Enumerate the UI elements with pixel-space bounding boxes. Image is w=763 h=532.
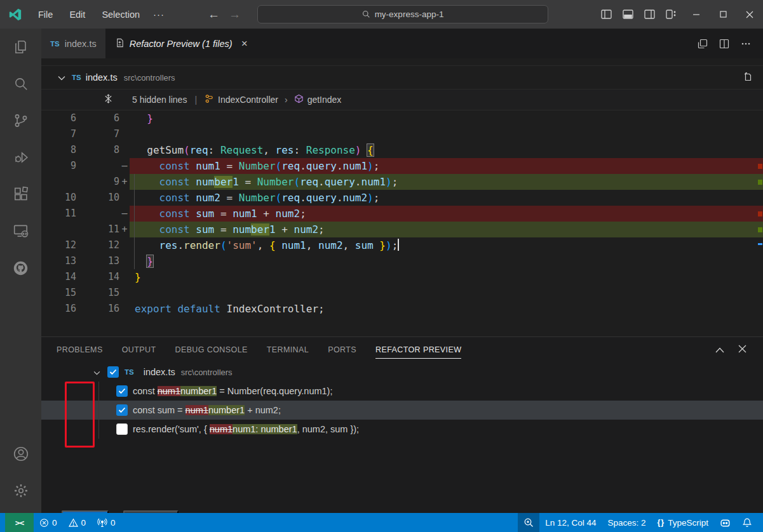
indentation[interactable]: Spaces: 2 <box>602 513 651 532</box>
refactor-change-row-1[interactable]: const num1number1 = Number(req.query.num… <box>41 382 763 401</box>
tab-label: index.ts <box>65 39 97 49</box>
ts-file-icon: TS <box>50 40 60 48</box>
account-icon[interactable] <box>0 436 41 472</box>
code-line-11[interactable]: 11+ const sum = number1 + num2; <box>41 222 763 237</box>
code-line-13[interactable]: 1313 } <box>41 253 763 269</box>
maximize-button[interactable] <box>710 0 736 29</box>
gutter-original-line-number: 13 <box>41 253 76 269</box>
gutter-original-line-number: 14 <box>41 269 76 285</box>
titlebar: FileEditSelection ··· ← → my-express-app… <box>0 0 763 29</box>
panel-tab-refactor-preview[interactable]: REFACTOR PREVIEW <box>375 342 461 359</box>
gutter-diff-sign <box>119 190 130 206</box>
breadcrumb-method[interactable]: getIndex <box>307 95 342 105</box>
notifications[interactable] <box>736 513 758 532</box>
menu-selection[interactable]: Selection <box>95 7 147 22</box>
copilot-status[interactable] <box>714 513 736 532</box>
refactor-change-row-3[interactable]: res.render('sum', { num1num1: number1, n… <box>41 420 763 439</box>
open-file-icon[interactable] <box>742 71 753 84</box>
file-checkbox[interactable] <box>107 366 119 378</box>
maximize-panel-icon[interactable] <box>715 344 724 356</box>
tab-index-ts[interactable]: TSindex.ts <box>41 29 106 58</box>
change-checkbox[interactable] <box>116 385 128 397</box>
hidden-lines-bar[interactable]: 5 hidden lines | IndexController › getIn… <box>41 90 763 110</box>
gutter-modified-line-number: 7 <box>76 126 119 142</box>
settings-icon[interactable] <box>0 472 41 509</box>
chevron-down-icon[interactable] <box>93 366 107 378</box>
menu-edit[interactable]: Edit <box>62 7 92 22</box>
change-checkbox[interactable] <box>116 423 128 435</box>
warnings-status[interactable]: 0 <box>63 513 92 532</box>
extensions-icon[interactable] <box>0 176 41 213</box>
braces-icon: {} <box>657 518 665 527</box>
diff-file-name: index.ts <box>86 72 118 83</box>
files-icon[interactable] <box>0 29 41 65</box>
code-line-7[interactable]: 77 <box>41 126 763 142</box>
code-line-8[interactable]: 88 getSum(req: Request, res: Response) { <box>41 142 763 158</box>
activity-bar <box>0 29 41 513</box>
back-arrow-button[interactable]: ← <box>208 8 220 22</box>
copilot-icon <box>720 517 731 528</box>
code-area[interactable]: 66 }7788 getSum(req: Request, res: Respo… <box>41 110 763 317</box>
close-window-button[interactable] <box>736 0 763 29</box>
unfold-icon[interactable] <box>104 94 113 105</box>
code-line-10[interactable]: 1010 const num2 = Number(req.query.num2)… <box>41 190 763 206</box>
file-tree-row[interactable]: TS index.ts src\controllers <box>41 362 763 382</box>
close-tab-icon[interactable]: × <box>241 37 248 50</box>
menu-file[interactable]: File <box>31 7 60 22</box>
code-line-9[interactable]: 9+ const number1 = Number(req.query.num1… <box>41 174 763 190</box>
toggle-sidebar-icon[interactable] <box>597 5 616 24</box>
gutter-original-line-number: 6 <box>41 110 76 126</box>
github-icon[interactable] <box>0 249 41 286</box>
change-text: res.render('sum', { num1num1: number1, n… <box>133 424 359 434</box>
refactor-change-row-2[interactable]: const sum = num1number1 + num2; <box>41 401 763 420</box>
tab-bar: TSindex.tsRefactor Preview (1 files)× <box>41 29 763 58</box>
ports-status[interactable]: 0 <box>91 513 121 532</box>
minimize-button[interactable] <box>683 0 710 29</box>
editor-more-actions-icon[interactable] <box>736 34 755 53</box>
customize-layout-icon[interactable] <box>661 5 680 24</box>
gutter-diff-sign: + <box>119 222 130 237</box>
gutter-diff-sign <box>119 237 130 253</box>
text-cursor <box>398 239 399 251</box>
toggle-secondary-sidebar-icon[interactable] <box>640 5 659 24</box>
remote-indicator[interactable]: >< <box>5 513 34 532</box>
code-line-9[interactable]: 9– const num1 = Number(req.query.num1); <box>41 158 763 174</box>
cursor-position[interactable]: Ln 12, Col 44 <box>539 513 602 532</box>
code-line-14[interactable]: 1414} <box>41 269 763 285</box>
gutter-diff-sign: – <box>119 206 130 222</box>
gutter-modified-line-number: 16 <box>76 301 119 317</box>
errors-status-label: 0 <box>52 518 57 528</box>
code-line-12[interactable]: 1212 res.render('sum', { num1, num2, sum… <box>41 237 763 253</box>
change-checkbox[interactable] <box>116 404 128 416</box>
errors-status[interactable]: 0 <box>34 513 63 532</box>
code-line-11[interactable]: 11– const sum = num1 + num2; <box>41 206 763 222</box>
split-in-group-icon[interactable] <box>693 34 712 53</box>
close-panel-icon[interactable] <box>738 344 746 356</box>
panel-tab-debug-console[interactable]: DEBUG CONSOLE <box>175 342 247 358</box>
command-center-search[interactable]: my-express-app-1 <box>257 5 548 23</box>
breadcrumb-class[interactable]: IndexController <box>218 95 278 105</box>
tab-refactor-preview-1-files-[interactable]: Refactor Preview (1 files)× <box>106 29 257 58</box>
remote-explorer-icon[interactable] <box>0 213 41 249</box>
diff-file-header[interactable]: TS index.ts src\controllers <box>41 65 763 90</box>
language-mode[interactable]: {}TypeScript <box>651 513 714 532</box>
source-control-icon[interactable] <box>0 102 41 139</box>
panel-tab-ports[interactable]: PORTS <box>328 342 356 358</box>
toggle-panel-icon[interactable] <box>618 5 637 24</box>
debug-icon[interactable] <box>0 139 41 176</box>
zoom-status[interactable] <box>518 513 539 532</box>
code-line-16[interactable]: 1616export default IndexController; <box>41 301 763 317</box>
gutter-original-line-number: 7 <box>41 126 76 142</box>
panel-tab-output[interactable]: OUTPUT <box>122 342 156 358</box>
search-icon[interactable] <box>0 65 41 102</box>
forward-arrow-button[interactable]: → <box>229 8 241 22</box>
code-line-6[interactable]: 66 } <box>41 110 763 126</box>
panel-tab-problems[interactable]: PROBLEMS <box>57 342 103 358</box>
code-line-15[interactable]: 1515 <box>41 285 763 301</box>
more-menus-button[interactable]: ··· <box>147 8 171 21</box>
gutter-modified-line-number: 11 <box>76 222 119 237</box>
split-editor-icon[interactable] <box>715 34 734 53</box>
gutter-modified-line-number: 12 <box>76 237 119 253</box>
panel-tab-terminal[interactable]: TERMINAL <box>267 342 309 358</box>
gutter-original-line-number <box>41 174 76 190</box>
